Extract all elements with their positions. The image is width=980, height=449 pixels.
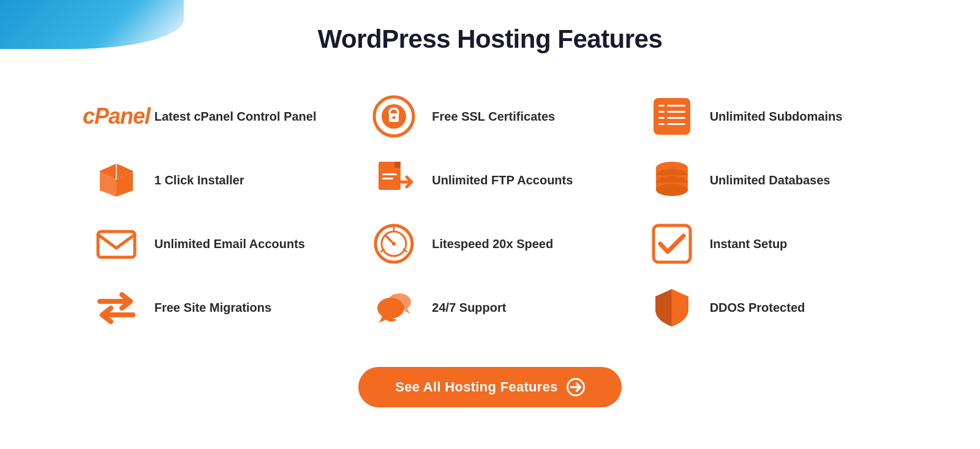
- email-icon: [92, 219, 141, 268]
- feature-ssl-label: Free SSL Certificates: [432, 110, 555, 124]
- box-icon: [92, 156, 141, 205]
- feature-migrations-label: Free Site Migrations: [154, 301, 271, 315]
- svg-rect-6: [658, 105, 665, 107]
- svg-rect-10: [658, 117, 665, 119]
- svg-rect-20: [394, 162, 401, 168]
- feature-support: 24/7 Support: [369, 276, 610, 339]
- feature-installer-label: 1 Click Installer: [154, 173, 244, 187]
- feature-migrations: Free Site Migrations: [92, 276, 333, 339]
- feature-ddos-label: DDOS Protected: [710, 301, 805, 315]
- feature-installer: 1 Click Installer: [92, 148, 333, 212]
- svg-point-3: [393, 116, 396, 119]
- svg-point-29: [656, 184, 688, 196]
- feature-subdomains: Unlimited Subdomains: [647, 85, 888, 148]
- feature-speed-label: Litespeed 20x Speed: [432, 237, 553, 251]
- svg-rect-13: [667, 123, 685, 125]
- ftp-icon: [369, 156, 418, 205]
- feature-ddos: DDOS Protected: [647, 276, 888, 339]
- db-icon: [647, 156, 696, 205]
- feature-databases: Unlimited Databases: [647, 148, 888, 212]
- cpanel-icon: cPanel: [92, 92, 141, 141]
- svg-line-34: [386, 236, 394, 244]
- svg-rect-12: [658, 123, 665, 125]
- feature-email-label: Unlimited Email Accounts: [154, 237, 305, 251]
- see-all-button[interactable]: See All Hosting Features: [358, 367, 622, 407]
- shield-icon: [647, 283, 696, 332]
- check-icon: [647, 219, 696, 268]
- feature-email: Unlimited Email Accounts: [92, 212, 333, 276]
- svg-rect-21: [382, 173, 397, 175]
- svg-rect-7: [667, 105, 685, 107]
- feature-subdomains-label: Unlimited Subdomains: [710, 110, 843, 124]
- feature-databases-label: Unlimited Databases: [710, 173, 831, 187]
- svg-rect-9: [667, 111, 685, 113]
- svg-rect-4: [654, 98, 690, 135]
- features-grid: cPanel Latest cPanel Control Panel Free …: [92, 85, 888, 339]
- svg-rect-22: [382, 178, 393, 179]
- svg-rect-30: [98, 232, 135, 257]
- feature-ssl: Free SSL Certificates: [369, 85, 610, 148]
- arrows-icon: [92, 283, 141, 332]
- feature-setup: Instant Setup: [647, 212, 888, 276]
- ssl-icon: [369, 92, 418, 141]
- feature-setup-label: Instant Setup: [710, 237, 788, 251]
- see-all-button-label: See All Hosting Features: [395, 379, 558, 395]
- svg-rect-11: [667, 117, 685, 119]
- btn-arrow-icon: [567, 378, 585, 396]
- feature-ftp-label: Unlimited FTP Accounts: [432, 173, 573, 187]
- feature-cpanel: cPanel Latest cPanel Control Panel: [92, 85, 333, 148]
- feature-cpanel-label: Latest cPanel Control Panel: [154, 110, 317, 124]
- feature-support-label: 24/7 Support: [432, 301, 506, 315]
- page-title: WordPress Hosting Features: [318, 25, 663, 54]
- svg-rect-8: [658, 111, 665, 113]
- support-icon: [369, 283, 418, 332]
- feature-ftp: Unlimited FTP Accounts: [369, 148, 610, 212]
- svg-point-40: [388, 293, 411, 311]
- feature-speed: Litespeed 20x Speed: [369, 212, 610, 276]
- speed-icon: [369, 219, 418, 268]
- main-container: WordPress Hosting Features cPanel Latest…: [0, 0, 980, 449]
- list-icon: [647, 92, 696, 141]
